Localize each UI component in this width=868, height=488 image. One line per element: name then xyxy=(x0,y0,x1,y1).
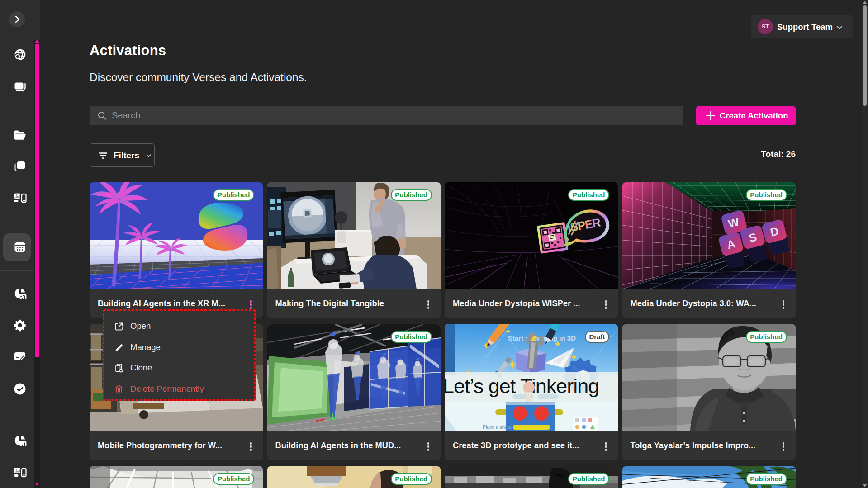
svg-text:Place a shape: Place a shape xyxy=(483,425,513,430)
svg-text:Let’s get Tinkering: Let’s get Tinkering xyxy=(445,374,599,398)
